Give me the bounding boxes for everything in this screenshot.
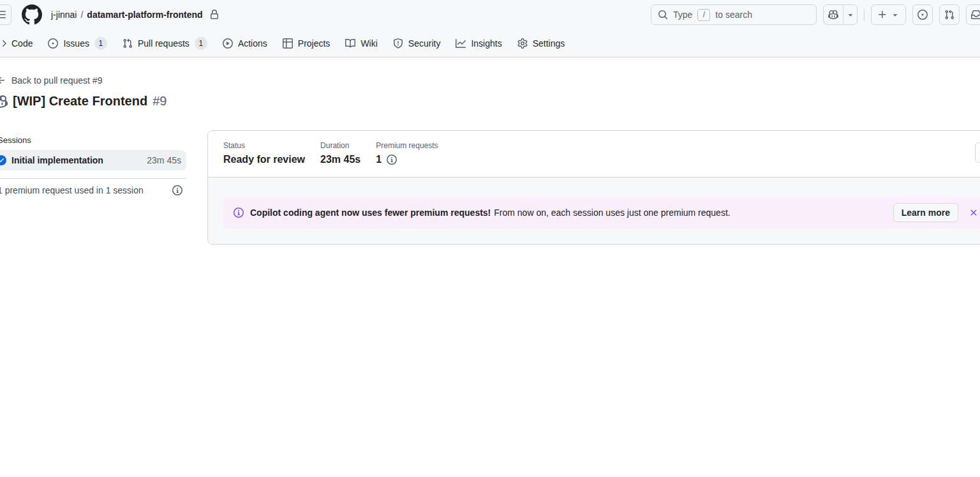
tab-label: Issues	[63, 38, 89, 49]
breadcrumb-separator: /	[80, 10, 83, 20]
tab-code[interactable]: Code	[0, 34, 38, 52]
tab-insights[interactable]: Insights	[450, 34, 507, 52]
session-stats: Status Ready for review Duration 23m 45s…	[208, 131, 980, 177]
banner-text: Copilot coding agent now uses fewer prem…	[250, 208, 887, 218]
tab-label: Code	[11, 38, 33, 49]
page: j-jinnai / datamart-platform-frontend Ty…	[0, 0, 980, 477]
hamburger-button[interactable]	[0, 4, 11, 25]
issues-dashboard-button[interactable]	[912, 4, 933, 25]
session-panel-column: Status Ready for review Duration 23m 45s…	[207, 130, 980, 245]
chevron-down-icon	[891, 10, 900, 19]
info-icon	[234, 208, 244, 218]
book-icon	[345, 38, 355, 49]
tab-settings[interactable]: Settings	[512, 34, 570, 52]
close-icon[interactable]	[969, 208, 979, 218]
gear-icon	[517, 38, 528, 49]
tab-pull-requests[interactable]: Pull requests 1	[117, 33, 212, 54]
status-value: Ready for review	[223, 154, 305, 165]
page-title: [WIP] Create Frontend	[13, 94, 147, 109]
plus-icon	[877, 10, 887, 20]
session-duration: 23m 45s	[147, 155, 181, 165]
issue-icon	[917, 10, 928, 20]
create-new-button[interactable]	[871, 4, 906, 25]
premium-usage-row: 1 premium request used in 1 session	[0, 185, 186, 195]
back-link-label: Back to pull request #9	[11, 75, 102, 86]
play-icon	[223, 38, 233, 49]
sessions-heading: Sessions	[0, 135, 186, 145]
back-to-pull-request-link[interactable]: Back to pull request #9	[0, 75, 102, 86]
copilot-button[interactable]	[824, 5, 843, 24]
duration-value: 23m 45s	[320, 154, 360, 165]
content-body: Sessions Initial implementation 23m 45s …	[0, 130, 980, 245]
slash-key-hint: /	[697, 9, 710, 21]
info-icon[interactable]	[172, 185, 182, 195]
session-panel: Status Ready for review Duration 23m 45s…	[207, 130, 980, 245]
github-logo[interactable]	[22, 4, 42, 25]
tab-label: Security	[408, 38, 441, 49]
search-placeholder-suffix: to search	[715, 10, 752, 20]
session-title-row: [WIP] Create Frontend #9	[0, 94, 980, 109]
check-circle-icon	[0, 155, 6, 165]
premium-requests-value: 1	[376, 154, 382, 165]
pull-request-icon	[122, 38, 133, 49]
pull-requests-dashboard-button[interactable]	[939, 4, 960, 25]
lock-icon	[209, 10, 219, 20]
stat-label: Premium requests	[376, 141, 438, 150]
notifications-button[interactable]	[966, 4, 980, 25]
banner-rest-text: From now on, each session uses just one …	[494, 208, 730, 218]
tab-label: Settings	[533, 38, 565, 49]
graph-icon	[456, 38, 466, 49]
tab-label: Actions	[238, 38, 267, 49]
tab-label: Wiki	[360, 38, 377, 49]
search-placeholder-prefix: Type	[673, 10, 692, 20]
repo-nav: Code Issues 1 Pull requests 1 Actions Pr…	[0, 29, 980, 57]
copilot-menu-button[interactable]	[843, 5, 857, 24]
stat-status: Status Ready for review	[223, 141, 305, 165]
sidebar-divider	[0, 178, 186, 179]
stat-label: Status	[223, 141, 305, 150]
tab-wiki[interactable]: Wiki	[340, 34, 382, 52]
hamburger-icon	[0, 10, 6, 20]
banner-bold-text: Copilot coding agent now uses fewer prem…	[250, 208, 491, 218]
header-divider	[864, 8, 865, 21]
search-icon	[658, 10, 668, 20]
premium-usage-note: 1 premium request used in 1 session	[0, 185, 172, 195]
tab-projects[interactable]: Projects	[278, 34, 336, 52]
global-header: j-jinnai / datamart-platform-frontend Ty…	[0, 0, 980, 29]
chevron-down-icon	[846, 10, 855, 19]
breadcrumb-repo[interactable]: datamart-platform-frontend	[87, 10, 202, 20]
copilot-notice-banner: Copilot coding agent now uses fewer prem…	[223, 197, 980, 229]
shield-icon	[393, 38, 403, 49]
arrow-left-icon	[0, 75, 6, 86]
code-icon	[0, 38, 6, 49]
stat-duration: Duration 23m 45s	[320, 141, 360, 165]
breadcrumb: j-jinnai / datamart-platform-frontend	[51, 10, 219, 20]
session-options-button[interactable]	[975, 142, 980, 163]
stat-premium-requests: Premium requests 1	[376, 141, 438, 165]
stat-label: Duration	[320, 141, 360, 150]
header-actions: Type / to search	[651, 4, 980, 25]
project-icon	[283, 38, 293, 49]
breadcrumb-owner[interactable]: j-jinnai	[51, 10, 77, 20]
session-name: Initial implementation	[11, 155, 142, 165]
copilot-split-button	[823, 4, 858, 25]
sessions-sidebar: Sessions Initial implementation 23m 45s …	[0, 130, 186, 245]
inbox-icon	[971, 10, 980, 20]
tab-label: Projects	[298, 38, 330, 49]
issue-icon	[48, 38, 58, 49]
tab-label: Pull requests	[138, 38, 189, 49]
tab-issues[interactable]: Issues 1	[43, 33, 112, 54]
pull-request-icon	[944, 10, 954, 20]
session-list-item[interactable]: Initial implementation 23m 45s	[0, 150, 186, 170]
session-panel-body: Copilot coding agent now uses fewer prem…	[208, 177, 980, 244]
copilot-icon	[828, 10, 838, 20]
tab-security[interactable]: Security	[388, 34, 446, 52]
copilot-icon	[0, 95, 8, 109]
learn-more-button[interactable]: Learn more	[893, 203, 958, 222]
tab-actions[interactable]: Actions	[218, 34, 272, 52]
pull-requests-count-badge: 1	[195, 37, 207, 50]
search-input[interactable]: Type / to search	[651, 4, 817, 25]
issues-count-badge: 1	[94, 37, 107, 50]
tab-label: Insights	[471, 38, 501, 49]
info-icon[interactable]	[387, 155, 397, 165]
